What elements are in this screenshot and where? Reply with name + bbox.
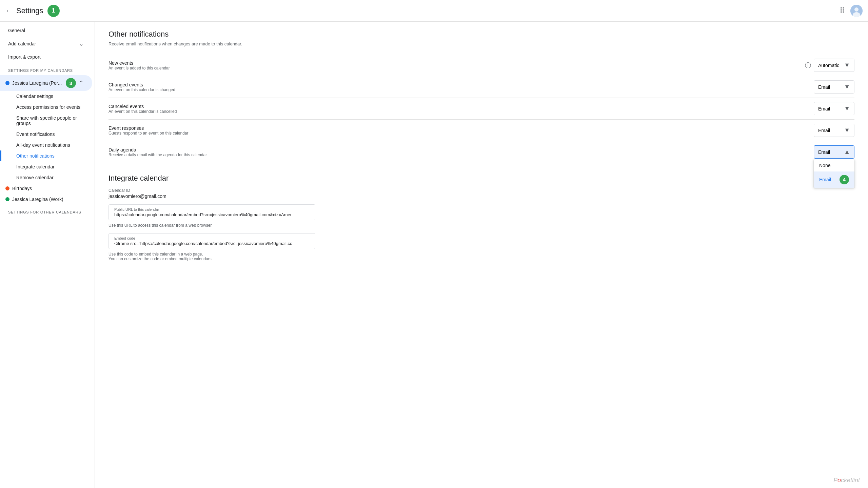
daily-agenda-sublabel: Receive a daily email with the agenda fo… [108,152,808,157]
changed-events-sublabel: An event on this calendar is changed [108,87,808,92]
new-events-dropdown[interactable]: Automatic ▼ [814,59,854,72]
share-specific-label: Share with specific people or groups [16,115,84,126]
jessica-personal-label: Jessica Laregina (Per... [12,80,63,86]
main-layout: General Add calendar ⌄ Import & export S… [0,22,868,488]
sidebar-item-add-calendar[interactable]: Add calendar ⌄ [0,37,92,51]
canceled-events-info: Canceled events An event on this calenda… [108,104,808,114]
calendar-sub-items: Calendar settings Access permissions for… [0,91,95,183]
dropdown-arrow-icon: ▲ [844,148,850,156]
canceled-events-dropdown[interactable]: Email ▼ [814,102,854,115]
svg-point-1 [854,7,859,12]
sidebar-item-calendar-settings[interactable]: Calendar settings [0,91,92,102]
access-permissions-label: Access permissions for events [16,104,80,110]
new-events-row: New events An event is added to this cal… [108,55,854,76]
page-title: Settings [16,6,43,15]
public-url-field: Public URL to this calendar https://cale… [108,204,315,220]
new-events-dropdown-btn[interactable]: Automatic ▼ [814,59,854,72]
sidebar-item-allday-notifications[interactable]: All-day event notifications [0,140,92,150]
event-responses-row: Event responses Guests respond to an eve… [108,120,854,141]
apps-icon[interactable]: ⠿ [840,6,845,15]
dropdown-arrow-icon: ▼ [844,127,850,134]
import-export-label: Import & export [8,54,41,60]
changed-events-row: Changed events An event on this calendar… [108,76,854,98]
help-icon[interactable]: ⓘ [805,61,811,69]
changed-events-label: Changed events [108,82,808,87]
event-responses-dropdown[interactable]: Email ▼ [814,124,854,137]
personal-calendar-dot [5,81,9,85]
integrate-calendar-section: Integrate calendar Calendar ID jessicavo… [108,174,854,261]
daily-agenda-row: Daily agenda Receive a daily email with … [108,141,854,163]
dropdown-option-none[interactable]: None [814,159,854,171]
public-url-label: Public URL to this calendar [114,207,310,211]
chevron-up-icon: ⌃ [79,79,84,87]
embed-code-value: <iframe src="https://calendar.google.com… [114,241,310,246]
dropdown-arrow-icon: ▼ [844,105,850,112]
changed-events-info: Changed events An event on this calendar… [108,82,808,92]
jessica-work-label: Jessica Laregina (Work) [12,197,84,202]
birthdays-label: Birthdays [12,186,84,191]
daily-agenda-info: Daily agenda Receive a daily email with … [108,147,808,157]
daily-agenda-dropdown-menu: None Email 4 [814,159,854,188]
canceled-events-row: Canceled events An event on this calenda… [108,98,854,120]
sidebar-item-general[interactable]: General [0,24,92,37]
back-icon[interactable]: ← [5,7,12,15]
integrate-calendar-title: Integrate calendar [108,174,854,183]
embed-code-label: Embed code [114,236,310,240]
new-events-label: New events [108,60,800,66]
event-responses-sublabel: Guests respond to an event on this calen… [108,131,808,136]
event-responses-label: Event responses [108,125,808,131]
sidebar-item-import-export[interactable]: Import & export [0,51,92,63]
step-badge-4: 4 [840,175,849,184]
general-label: General [8,28,25,33]
embed-code-helper1: Use this code to embed this calendar in … [108,252,854,257]
sidebar-item-share-specific[interactable]: Share with specific people or groups [0,113,92,129]
event-responses-dropdown-btn[interactable]: Email ▼ [814,124,854,137]
step-badge-1: 1 [47,5,60,17]
content-area: Other notifications Receive email notifi… [95,22,868,488]
changed-events-value: Email [818,84,830,90]
daily-agenda-actions: Email ▲ None Email 4 [814,145,854,159]
sidebar-item-other-notifications[interactable]: Other notifications [0,150,92,161]
daily-agenda-label: Daily agenda [108,147,808,152]
other-notifications-section: Other notifications Receive email notifi… [108,30,854,163]
other-notifications-desc: Receive email notifications when changes… [108,41,854,46]
topbar-right: ⠿ [840,5,863,17]
settings-other-calendars-heading: Settings for other calendars [0,205,95,217]
sidebar-item-access-permissions[interactable]: Access permissions for events [0,102,92,113]
chevron-down-icon: ⌄ [79,40,84,47]
sidebar-jessica-personal[interactable]: Jessica Laregina (Per... 3 ⌃ [0,75,92,91]
sidebar-item-integrate-calendar[interactable]: Integrate calendar [0,161,92,172]
topbar-left: ← Settings 1 [5,5,60,17]
embed-code-helper2: You can customize the code or embed mult… [108,257,854,261]
settings-my-calendars-heading: Settings for my calendars [0,63,95,75]
new-events-info: New events An event is added to this cal… [108,60,800,70]
daily-agenda-dropdown-btn[interactable]: Email ▲ [814,145,854,159]
other-notifications-title: Other notifications [108,30,854,39]
dropdown-option-email[interactable]: Email 4 [814,171,854,188]
sidebar-jessica-work[interactable]: Jessica Laregina (Work) [0,194,92,205]
avatar[interactable] [850,5,863,17]
dropdown-arrow-icon: ▼ [844,83,850,90]
sidebar-item-remove-calendar[interactable]: Remove calendar [0,172,92,183]
event-responses-value: Email [818,128,830,133]
canceled-events-sublabel: An event on this calendar is cancelled [108,109,808,114]
daily-agenda-value: Email [818,149,830,155]
new-events-actions: ⓘ Automatic ▼ [805,59,854,72]
canceled-events-dropdown-btn[interactable]: Email ▼ [814,102,854,115]
changed-events-dropdown[interactable]: Email ▼ [814,80,854,94]
sidebar-birthdays[interactable]: Birthdays [0,183,92,194]
canceled-events-label: Canceled events [108,104,808,109]
event-responses-info: Event responses Guests respond to an eve… [108,125,808,136]
public-url-helper: Use this URL to access this calendar fro… [108,223,854,228]
changed-events-dropdown-btn[interactable]: Email ▼ [814,80,854,94]
calendar-id-label: Calendar ID [108,188,854,193]
sidebar-item-event-notifications[interactable]: Event notifications [0,129,92,140]
public-url-value: https://calendar.google.com/calendar/emb… [114,212,310,217]
allday-event-notifications-label: All-day event notifications [16,142,70,148]
event-responses-actions: Email ▼ [814,124,854,137]
dropdown-arrow-icon: ▼ [844,62,850,69]
daily-agenda-dropdown[interactable]: Email ▲ None Email 4 [814,145,854,159]
calendar-id-value: jessicavomiero@gmail.com [108,194,854,199]
new-events-value: Automatic [818,63,839,68]
integrate-calendar-label: Integrate calendar [16,164,55,169]
